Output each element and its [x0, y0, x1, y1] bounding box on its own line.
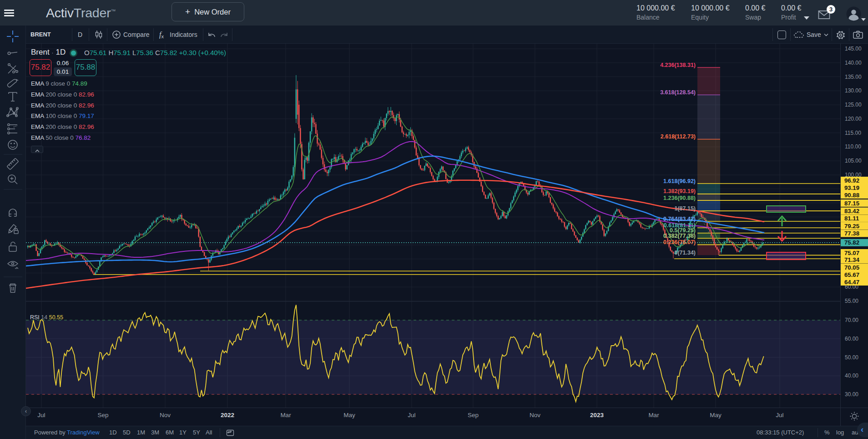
svg-text:64.47: 64.47 [844, 279, 859, 286]
svg-text:70.00: 70.00 [845, 317, 858, 323]
svg-text:115.00: 115.00 [845, 130, 861, 136]
svg-text:140.00: 140.00 [845, 60, 862, 66]
svg-text:Nov: Nov [160, 412, 171, 419]
svg-text:96.92: 96.92 [844, 177, 859, 184]
svg-text:Jul: Jul [776, 412, 783, 419]
svg-text:0.764(83.42): 0.764(83.42) [663, 216, 696, 222]
svg-text:30.00: 30.00 [845, 391, 858, 398]
svg-text:125.00: 125.00 [845, 102, 862, 108]
svg-text:50.00: 50.00 [845, 354, 858, 361]
svg-text:75.82: 75.82 [844, 239, 859, 246]
svg-text:130.00: 130.00 [845, 87, 862, 94]
svg-text:79.25: 79.25 [844, 223, 859, 230]
svg-text:93.19: 93.19 [844, 184, 859, 191]
svg-text:1.236(90.88): 1.236(90.88) [663, 195, 696, 201]
svg-text:1.618(96.92): 1.618(96.92) [663, 178, 696, 184]
svg-text:77.38: 77.38 [844, 230, 859, 237]
svg-text:2023: 2023 [590, 412, 604, 419]
svg-text:3.618(128.54): 3.618(128.54) [660, 89, 696, 96]
svg-text:90.88: 90.88 [844, 192, 859, 199]
svg-text:65.67: 65.67 [844, 271, 859, 278]
svg-text:83.42: 83.42 [844, 208, 859, 214]
svg-text:81.11: 81.11 [844, 215, 859, 222]
svg-text:60.00: 60.00 [845, 336, 858, 342]
svg-text:Jul: Jul [408, 412, 415, 419]
svg-text:105.00: 105.00 [845, 158, 862, 164]
svg-text:70.05: 70.05 [844, 264, 859, 271]
svg-text:2022: 2022 [221, 412, 234, 419]
svg-text:RSI 14 50.55: RSI 14 50.55 [30, 314, 63, 321]
svg-text:4.236(138.31): 4.236(138.31) [660, 62, 696, 68]
svg-text:71.34: 71.34 [844, 256, 860, 263]
svg-text:1(87.15): 1(87.15) [674, 205, 696, 212]
svg-text:135.00: 135.00 [845, 74, 862, 80]
svg-text:Sep: Sep [468, 412, 479, 419]
svg-text:110.00: 110.00 [845, 143, 861, 150]
svg-text:40.00: 40.00 [845, 373, 858, 379]
svg-text:75.07: 75.07 [844, 250, 859, 256]
svg-text:120.00: 120.00 [845, 116, 862, 122]
svg-text:0.382(77.38): 0.382(77.38) [663, 233, 696, 239]
svg-text:2.618(112.73): 2.618(112.73) [661, 133, 696, 140]
svg-text:Jul: Jul [37, 412, 45, 419]
svg-text:Nov: Nov [530, 412, 540, 419]
svg-text:0(71.34): 0(71.34) [674, 250, 696, 256]
svg-text:May: May [343, 412, 355, 419]
svg-text:55.00: 55.00 [845, 298, 858, 304]
svg-text:Mar: Mar [280, 412, 291, 419]
svg-text:Sep: Sep [97, 412, 108, 419]
svg-text:145.00: 145.00 [845, 46, 862, 52]
svg-text:87.15: 87.15 [844, 200, 859, 207]
svg-text:1.382(93.19): 1.382(93.19) [663, 188, 696, 194]
svg-text:Mar: Mar [648, 412, 659, 419]
svg-text:0.236(75.07): 0.236(75.07) [663, 239, 696, 245]
svg-text:May: May [710, 412, 722, 419]
